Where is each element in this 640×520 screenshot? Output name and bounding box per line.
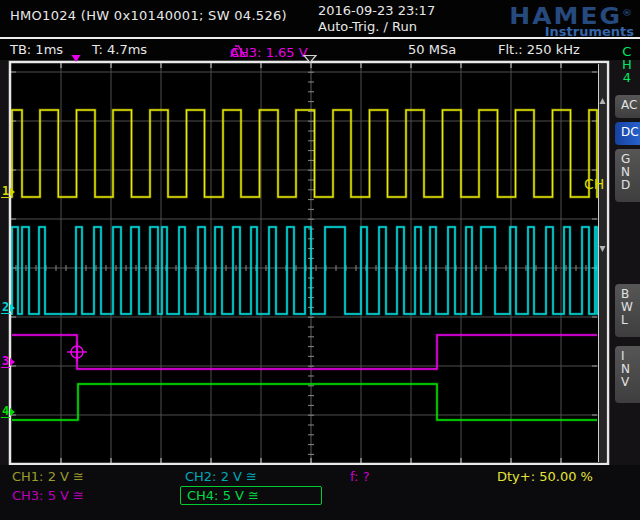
coupling-dc-button[interactable]: DC	[615, 122, 640, 145]
oscilloscope-screen: HMO1024 (HW 0x10140001; SW 04.526) 2016-…	[0, 0, 640, 520]
ch3-scale-label: CH3: 5 V ≅	[12, 488, 84, 503]
plot-background	[10, 62, 608, 464]
device-title: HMO1024 (HW 0x10140001; SW 04.526)	[10, 8, 287, 23]
sidebar-channel-title: C H 4	[622, 45, 632, 84]
channel-3-number: 3	[1, 356, 10, 368]
right-arrow-icon	[10, 358, 15, 366]
trace-ch1	[11, 110, 598, 197]
coupling-ac-button[interactable]: AC	[615, 95, 640, 118]
channel-4-number: 4	[1, 406, 10, 418]
status-bar: TB: 1ms T: 4.7ms CH3: 1.65 VAL 50 MSa Fl…	[0, 39, 640, 60]
strip-down-arrow-icon	[600, 246, 606, 252]
trace-ch3	[12, 335, 597, 369]
hameg-logo: HAMEG® Instruments	[453, 1, 638, 37]
channel-2-position-marker: 2	[1, 301, 15, 315]
trigger-level-marker	[71, 346, 83, 358]
channel-3-position-marker: 3	[1, 355, 15, 369]
trace-ch2-glow	[11, 227, 598, 314]
right-arrow-icon	[10, 304, 15, 312]
channel-status-bar: CH1: 2 V ≅ CH2: 2 V ≅ f: ? Dty+: 50.00 %…	[0, 465, 640, 520]
filter-readout: Flt.: 250 kHz	[498, 42, 580, 57]
invert-button[interactable]: I N V	[615, 346, 640, 403]
frequency-readout: f: ?	[350, 469, 370, 484]
coupling-gnd-button[interactable]: G N D	[615, 149, 640, 202]
trace-ch2	[11, 227, 598, 314]
graticule-canvas	[0, 0, 640, 520]
clipped-channel-label: CH	[584, 176, 604, 192]
trace-ch1-glow	[11, 110, 598, 197]
datetime: 2016-09-23 23:17	[318, 3, 435, 19]
channel-2-number: 2	[1, 302, 10, 314]
trigger-settings-readout: CH3: 1.65 VAL	[230, 42, 247, 57]
channel-4-position-marker: 4	[1, 405, 15, 419]
trigger-time-readout: T: 4.7ms	[92, 42, 147, 57]
title-bar: HMO1024 (HW 0x10140001; SW 04.526) 2016-…	[0, 0, 640, 37]
strip-up-arrow-icon	[600, 98, 606, 104]
ch1-scale-label: CH1: 2 V ≅	[12, 469, 84, 484]
trigger-flag: AL	[230, 45, 246, 60]
right-arrow-icon	[10, 408, 15, 416]
acquisition-status: Auto-Trig. / Run	[318, 19, 435, 35]
timebase-readout: TB: 1ms	[10, 42, 63, 57]
ch2-scale-label: CH2: 2 V ≅	[185, 469, 257, 484]
trace-ch3-glow	[12, 335, 597, 369]
channel-1-number: 1	[1, 186, 10, 198]
registered-mark: ®	[622, 7, 632, 17]
duty-cycle-readout: Dty+: 50.00 %	[497, 469, 593, 484]
trace-ch4-glow	[12, 384, 597, 420]
graticule-frame	[10, 62, 608, 464]
bandwidth-limit-button[interactable]: B W L	[615, 284, 640, 337]
channel-1-position-marker: 1	[1, 185, 15, 199]
datetime-status: 2016-09-23 23:17 Auto-Trig. / Run	[318, 3, 435, 35]
ch4-scale-label-selected[interactable]: CH4: 5 V ≅	[180, 486, 322, 505]
right-indicator-strip	[599, 64, 606, 462]
sample-rate-readout: 50 MSa	[408, 42, 456, 57]
trace-ch4	[12, 384, 597, 420]
right-arrow-icon	[10, 188, 15, 196]
